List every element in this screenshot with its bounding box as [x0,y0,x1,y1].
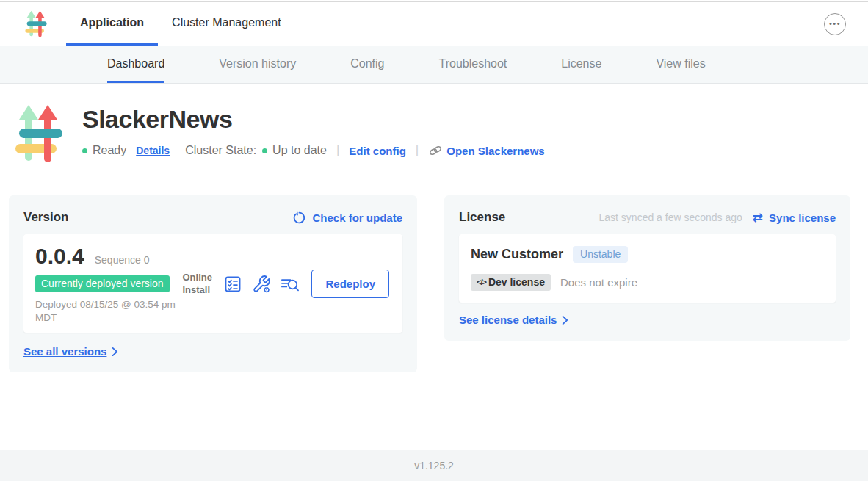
app-header-section: SlackerNews Ready Details Cluster State:… [0,84,868,165]
subnav-view-files[interactable]: View files [656,46,705,83]
license-card-title: License [459,210,505,225]
tab-application[interactable]: Application [66,2,158,46]
check-for-update-label: Check for update [312,211,402,224]
preflight-checks-button[interactable] [223,275,242,294]
current-version-panel: 0.0.4 Sequence 0 Currently deployed vers… [23,234,402,333]
redeploy-button[interactable]: Redeploy [311,270,389,298]
ellipsis-icon: ••• [829,19,841,28]
sequence-label: Sequence 0 [95,254,150,266]
console-version: v1.125.2 [414,460,454,471]
open-app-label: Open Slackernews [446,145,544,157]
customer-name: New Customer [471,247,563,262]
install-type-label: Online Install [182,272,214,296]
sync-license-link[interactable]: Sync license [769,211,836,224]
tab-cluster-management[interactable]: Cluster Management [158,2,295,46]
subnav-version-history[interactable]: Version history [219,46,296,83]
chain-link-icon [428,143,443,158]
top-navbar: Application Cluster Management ••• [0,2,868,46]
subnav-license[interactable]: License [561,46,601,83]
version-info: 0.0.4 Sequence 0 Currently deployed vers… [35,244,182,324]
cluster-status-dot [262,148,267,153]
console-footer: v1.125.2 [0,450,868,481]
chevron-right-icon [112,347,118,357]
version-card: Version Check for update 0.0.4 Sequence … [9,195,417,372]
edit-config-link[interactable]: Edit config [349,145,406,157]
open-app-link[interactable]: Open Slackernews [428,143,544,158]
app-subnav: Dashboard Version history Config Trouble… [0,46,868,84]
version-number: 0.0.4 [35,244,84,269]
cluster-state-text: Up to date [272,144,327,157]
view-config-button[interactable] [252,275,271,294]
details-link[interactable]: Details [136,145,170,156]
license-details-panel: New Customer Unstable </> Dev license Do… [459,234,836,303]
top-tabs: Application Cluster Management [66,2,295,46]
app-status-row: Ready Details Cluster State: Up to date … [82,143,545,158]
deployed-timestamp: Deployed 08/15/25 @ 03:54 pm MDT [35,298,182,324]
logs-search-icon [281,275,300,293]
see-license-details-link[interactable]: See license details [459,314,557,326]
version-actions: Online Install [182,270,391,298]
dashboard-cards: Version Check for update 0.0.4 Sequence … [0,165,868,372]
overflow-menu-button[interactable]: ••• [824,13,846,35]
deployed-status-badge: Currently deployed version [35,275,170,292]
checklist-icon [223,275,242,294]
subnav-config[interactable]: Config [350,46,384,83]
app-logo-large [15,104,63,165]
last-synced-label: Last synced a few seconds ago [599,211,742,223]
see-all-versions-link[interactable]: See all versions [23,345,106,358]
wrench-gear-icon [252,275,271,294]
chevron-right-icon [562,315,568,325]
topbar-spacer [295,2,824,46]
app-logo-icon [25,10,47,39]
app-status-text: Ready [93,144,126,157]
version-card-title: Version [23,210,68,225]
subnav-troubleshoot[interactable]: Troubleshoot [438,46,507,83]
status-divider-2: | [416,143,419,158]
subnav-dashboard[interactable]: Dashboard [107,46,164,83]
refresh-icon [292,211,306,225]
status-divider: | [336,143,339,158]
sync-icon: ⇄ [753,211,763,224]
license-expiry: Does not expire [560,276,637,289]
license-card: License Last synced a few seconds ago ⇄ … [444,195,850,341]
channel-badge: Unstable [573,246,628,263]
license-type-badge: </> Dev license [471,274,551,291]
app-status-dot [82,148,87,153]
page-title: SlackerNews [82,105,545,134]
code-icon: </> [477,278,486,286]
check-for-update-link[interactable]: Check for update [292,211,402,225]
cluster-state-label: Cluster State: [185,144,256,157]
view-logs-button[interactable] [281,275,300,294]
license-type-label: Dev license [488,276,545,288]
